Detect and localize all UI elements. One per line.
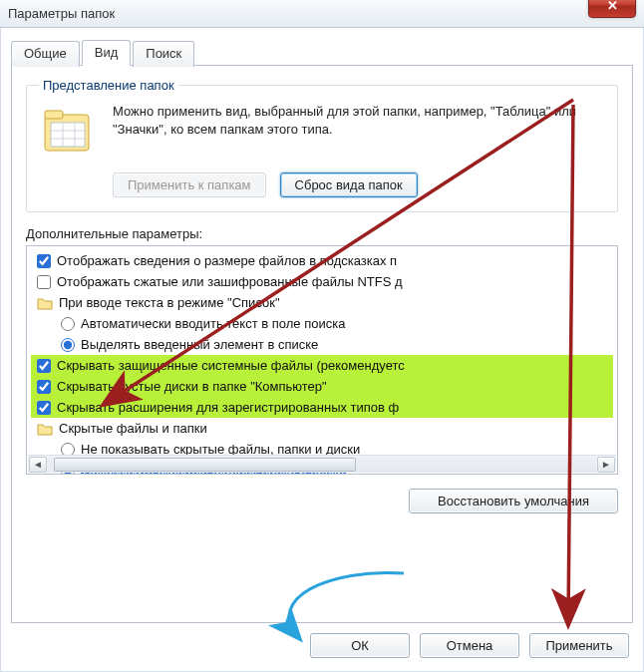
tabstrip: Общие Вид Поиск (11, 40, 633, 66)
tree-row-label: Скрытые файлы и папки (59, 421, 207, 436)
radio[interactable] (61, 317, 75, 331)
reset-folders-button[interactable]: Сброс вида папок (280, 172, 418, 197)
tree-row-label: Скрывать защищенные системные файлы (рек… (57, 358, 405, 373)
tree-row[interactable]: Выделять введенный элемент в списке (31, 334, 613, 355)
tab-general[interactable]: Общие (11, 41, 80, 67)
titlebar: Параметры папок ✕ (0, 0, 644, 28)
scroll-left-arrow-icon[interactable]: ◄ (29, 457, 47, 473)
checkbox[interactable] (37, 380, 51, 394)
folder-icon (37, 421, 53, 437)
tree-row-label: Скрывать пустые диски в папке "Компьютер… (57, 379, 327, 394)
tree-row[interactable]: Отображать сжатые или зашифрованные файл… (31, 271, 613, 292)
svg-rect-2 (51, 123, 85, 147)
tree-row[interactable]: Скрытые файлы и папки (31, 418, 613, 439)
tree-row[interactable]: При вводе текста в режиме "Список" (31, 292, 613, 313)
checkbox[interactable] (37, 275, 51, 289)
tree-row-label: При вводе текста в режиме "Список" (59, 295, 280, 310)
window-body: Общие Вид Поиск Представление папок (0, 28, 644, 672)
tree-row[interactable]: Скрывать пустые диски в папке "Компьютер… (31, 376, 613, 397)
scroll-track[interactable] (48, 457, 596, 473)
scroll-right-arrow-icon[interactable]: ► (597, 457, 615, 473)
folder-views-group: Представление папок Можно применить вид,… (26, 78, 618, 212)
tree-row-label: Отображать сжатые или зашифрованные файл… (57, 274, 403, 289)
svg-rect-1 (45, 111, 63, 119)
close-button[interactable]: ✕ (588, 0, 636, 18)
close-icon: ✕ (607, 0, 618, 13)
tree-row-label: Скрывать расширения для зарегистрированн… (57, 400, 399, 415)
checkbox[interactable] (37, 254, 51, 268)
folder-views-icon (39, 103, 99, 163)
advanced-settings-label: Дополнительные параметры: (26, 226, 618, 241)
tabpanel-view: Представление папок Можно применить вид,… (11, 65, 633, 623)
tab-search[interactable]: Поиск (133, 41, 194, 67)
dialog-buttons: ОК Отмена Применить (11, 623, 633, 658)
restore-defaults-button[interactable]: Восстановить умолчания (409, 489, 618, 513)
tree-row[interactable]: Отображать сведения о размере файлов в п… (31, 250, 613, 271)
tree-row-label: Отображать сведения о размере файлов в п… (57, 253, 397, 268)
checkbox[interactable] (37, 359, 51, 373)
tree-row[interactable]: Скрывать защищенные системные файлы (рек… (31, 355, 613, 376)
apply-button[interactable]: Применить (529, 633, 629, 658)
tree-row[interactable]: Скрывать расширения для зарегистрированн… (31, 397, 613, 418)
folder-icon (37, 295, 53, 311)
radio[interactable] (61, 338, 75, 352)
folder-views-legend: Представление папок (39, 78, 178, 93)
tree-row-label: Автоматически вводить текст в поле поиск… (81, 316, 345, 331)
horizontal-scrollbar[interactable]: ◄ ► (28, 455, 616, 473)
checkbox[interactable] (37, 401, 51, 415)
tree-row-label: Выделять введенный элемент в списке (81, 337, 318, 352)
tree-row[interactable]: Автоматически вводить текст в поле поиск… (31, 313, 613, 334)
apply-to-folders-button[interactable]: Применить к папкам (113, 172, 266, 197)
ok-button[interactable]: ОК (310, 633, 410, 658)
cancel-button[interactable]: Отмена (420, 633, 519, 658)
folder-views-description: Можно применить вид, выбранный для этой … (113, 103, 605, 163)
advanced-treeview[interactable]: Отображать сведения о размере файлов в п… (26, 245, 618, 475)
tab-view[interactable]: Вид (82, 40, 132, 66)
scroll-thumb[interactable] (54, 458, 356, 472)
window-title: Параметры папок (8, 6, 115, 21)
